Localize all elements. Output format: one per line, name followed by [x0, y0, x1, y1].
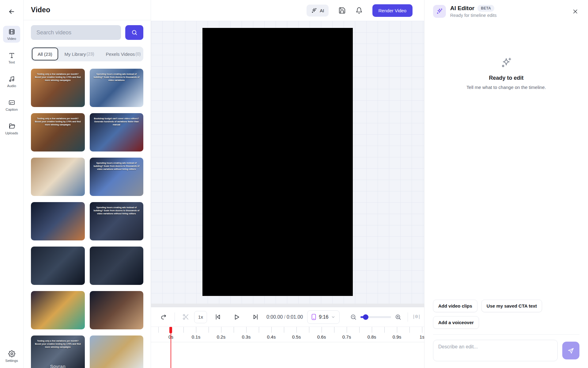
fit-timeline-button[interactable]: |0| [412, 314, 420, 320]
video-thumbnail-dark-portrait-1[interactable] [31, 247, 85, 285]
sidebar-item-video[interactable]: Video [3, 26, 20, 43]
ai-panel-title: AI Editor [450, 5, 474, 12]
zoom-in-button[interactable] [393, 312, 403, 322]
sidebar-item-caption[interactable]: Caption [3, 97, 20, 113]
thumbnail-watermark: Sovran [31, 364, 85, 368]
save-button[interactable] [338, 7, 346, 14]
ruler-tick-label: 0.9s [393, 334, 401, 339]
ai-editor-panel: AI Editor BETA Ready for timeline edits … [424, 0, 588, 368]
tab-pexels-videos[interactable]: Pexels Videos(0) [100, 48, 146, 60]
ai-assistant-button[interactable]: AI [307, 5, 328, 17]
editor-canvas[interactable] [151, 21, 424, 304]
ruler-minor-tick [334, 327, 334, 333]
phone-portrait-icon [311, 314, 316, 320]
video-thumbnail-anime-coder-desk[interactable]: Testing only a few variations per month?… [31, 69, 85, 107]
playback-toolbar: 1x 0:00.00/0:01.00 9:16 [151, 307, 424, 327]
ruler-minor-tick [409, 327, 410, 333]
thumbnail-caption: Testing only a few variations per month?… [35, 117, 81, 126]
close-panel-button[interactable] [571, 7, 579, 16]
ruler-tick-label: 0.4s [267, 334, 276, 339]
video-thumbnail-dark-portrait-2[interactable] [90, 247, 144, 285]
video-thumbnail-hoodie-coder-laptop[interactable]: Spending hours creating ads instead of b… [90, 158, 144, 196]
video-thumbnail-woman-hands-face[interactable]: Testing only a few variations per month?… [31, 335, 85, 368]
video-thumbnail-astronaut-cat-earth[interactable]: Spending hours creating ads instead of b… [90, 69, 144, 107]
ruler-tick [196, 327, 196, 333]
suggestion-add-video-clips[interactable]: Add video clips [433, 300, 477, 312]
video-thumbnail-glasses-bokeh-coder[interactable] [31, 202, 85, 240]
save-icon [338, 7, 346, 14]
ai-input-row [433, 334, 579, 361]
suggestion-buttons: Add video clipsUse my saved CTA textAdd … [433, 300, 552, 329]
aspect-ratio-dropdown[interactable]: 9:16 [307, 310, 340, 324]
search-button[interactable] [125, 25, 143, 40]
canvas-horizontal-scrollbar[interactable] [151, 304, 424, 307]
playhead-handle[interactable] [169, 327, 172, 333]
video-thumbnail-astronaut-cat-yawn[interactable] [90, 335, 144, 368]
ruler-tick [296, 327, 297, 333]
edit-description-input[interactable] [433, 340, 558, 361]
video-thumbnail-gray-hoodie-dark[interactable]: Spending hours creating ads instead of b… [90, 202, 144, 240]
back-button[interactable] [6, 6, 17, 17]
folder-icon [8, 123, 15, 130]
video-thumbnail-grid: Testing only a few variations per month?… [24, 69, 151, 368]
render-video-button[interactable]: Render Video [372, 4, 413, 17]
suggestion-add-a-voiceover[interactable]: Add a voiceover [433, 316, 479, 329]
empty-state-title: Ready to edit [489, 75, 523, 81]
video-preview[interactable] [202, 28, 353, 296]
ai-editor-icon [433, 5, 446, 18]
chevron-down-icon [331, 315, 335, 319]
sidebar-item-settings[interactable]: Settings [5, 350, 18, 362]
tab-all-23[interactable]: All (23) [32, 48, 58, 60]
thumbnail-caption: Testing only a few variations per month?… [35, 339, 81, 349]
sidebar-item-label: Caption [6, 108, 18, 111]
video-thumbnail-hoodie-coder-neon[interactable]: Bootstrap budget can't cover video edito… [90, 113, 144, 151]
video-thumbnail-astronaut-cat-closeup[interactable] [31, 158, 85, 196]
ruler-tick-label: 0.6s [317, 334, 326, 339]
slider-knob[interactable] [363, 314, 368, 320]
ai-panel-header: AI Editor BETA Ready for timeline edits [424, 0, 588, 22]
video-thumbnail-anime-boy-lamp-desk[interactable] [31, 291, 85, 329]
thumbnail-caption: Bootstrap budget can't cover video edito… [93, 117, 140, 126]
video-thumbnail-girl-glasses-bokeh[interactable] [90, 291, 144, 329]
text-icon [8, 52, 15, 59]
send-icon [567, 347, 575, 354]
music-icon [8, 75, 15, 82]
sidebar-item-text[interactable]: Text [3, 49, 20, 66]
timeline[interactable]: 0s0.1s0.2s0.3s0.4s0.5s0.6s0.7s0.8s0.9s1s [151, 327, 424, 368]
sidebar-item-label: Uploads [5, 131, 18, 135]
panel-header: Video [24, 0, 151, 20]
ai-panel-subtitle: Ready for timeline edits [450, 13, 497, 18]
tab-count: (0) [135, 52, 141, 56]
play-button[interactable] [231, 312, 242, 323]
sidebar-item-uploads[interactable]: Uploads [3, 120, 20, 137]
arrow-left-icon [8, 8, 15, 15]
search-input[interactable] [31, 25, 121, 40]
tab-my-library[interactable]: My Library(23) [59, 48, 100, 60]
video-thumbnail-anime-coder-desk-2[interactable]: Testing only a few variations per month?… [31, 113, 85, 151]
close-icon [572, 9, 578, 14]
page-title: Video [31, 6, 50, 14]
sidebar-item-label: Video [7, 37, 16, 40]
notifications-button[interactable] [356, 7, 363, 14]
ruler-tick-label: 0.1s [192, 334, 200, 339]
bell-icon [356, 7, 363, 14]
redo-button[interactable] [158, 312, 169, 322]
skip-to-end-button[interactable] [250, 312, 261, 322]
send-button[interactable] [562, 342, 579, 359]
skip-to-start-button[interactable] [213, 312, 223, 322]
cut-button[interactable] [180, 312, 191, 322]
suggestion-use-my-saved-cta-text[interactable]: Use my saved CTA text [481, 300, 542, 312]
sidebar-item-audio[interactable]: Audio [3, 73, 20, 90]
tab-label: Pexels Videos [106, 52, 135, 57]
timeline-zoom-slider[interactable] [360, 316, 391, 318]
current-time: 0:00.00 [266, 314, 283, 320]
sidebar-item-label: Text [8, 60, 15, 64]
ruler-tick [372, 327, 372, 333]
ruler-minor-tick [284, 327, 284, 333]
timeline-ruler[interactable]: 0s0.1s0.2s0.3s0.4s0.5s0.6s0.7s0.8s0.9s1s [151, 327, 424, 342]
ruler-minor-tick [384, 327, 385, 333]
zoom-out-button[interactable] [348, 312, 359, 322]
thumbnail-caption: Testing only a few variations per month?… [35, 73, 81, 82]
playback-speed-button[interactable]: 1x [194, 311, 207, 323]
sparkle-icon [500, 56, 513, 69]
